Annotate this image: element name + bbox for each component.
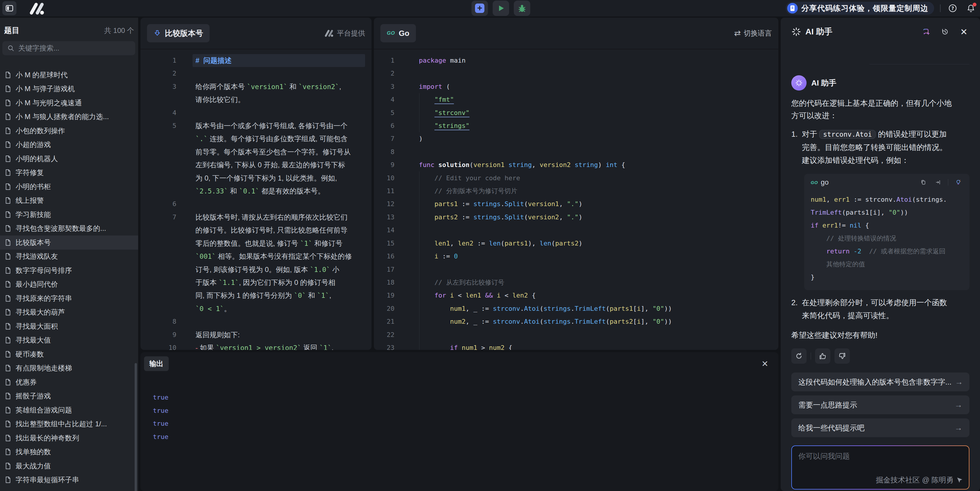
help-button[interactable]: ? <box>947 2 959 14</box>
code-line[interactable]: 21 num2, _ := strconv.Atoi(strings.TrimL… <box>374 315 778 328</box>
insert-code-button[interactable] <box>933 178 943 187</box>
sidebar-item[interactable]: 最小趋同代价 <box>0 277 138 292</box>
sidebar-item[interactable]: 小 M 的星球时代 <box>0 68 138 82</box>
sidebar-item[interactable]: 小明的机器人 <box>0 152 138 166</box>
code-line[interactable]: 23 if num1 > num2 { <box>374 341 778 350</box>
sidebar-item-label: 有点限制地走楼梯 <box>16 363 72 373</box>
sidebar-item-label: 硬币凑数 <box>16 349 44 359</box>
code-line[interactable]: 15 len1, len2 := len(parts1), len(parts2… <box>374 237 778 250</box>
language-tab[interactable]: GO Go <box>380 24 416 42</box>
sidebar-item[interactable]: 数字字母问号排序 <box>0 263 138 277</box>
file-icon <box>4 476 12 484</box>
code-line[interactable]: 7) <box>374 132 778 145</box>
editor-content[interactable]: 1package main23import (4 "fmt"5 "strconv… <box>374 49 778 350</box>
sidebar-item[interactable]: 摇骰子游戏 <box>0 389 138 403</box>
sidebar-item[interactable]: 小 M 与弹子游戏机 <box>0 82 138 96</box>
sidebar-item[interactable]: 优惠券 <box>0 375 138 389</box>
thumbs-down-button[interactable] <box>835 348 850 364</box>
code-line[interactable]: 16 i := 0 <box>374 250 778 263</box>
sidebar-item[interactable]: 英雄组合游戏问题 <box>0 403 138 417</box>
explain-code-button[interactable] <box>953 178 963 187</box>
search-input[interactable]: 关键字搜索... <box>2 41 135 55</box>
sidebar-item-label: 小 M 与光明之魂速通 <box>16 98 82 108</box>
code-line[interactable]: 9func solution(version1 string, version2… <box>374 158 778 171</box>
code-line[interactable]: 14 <box>374 224 778 237</box>
copy-code-button[interactable] <box>919 178 928 187</box>
sidebar-item[interactable]: 小包的数列操作 <box>0 124 138 138</box>
code-line[interactable]: 1package main <box>374 54 778 67</box>
code-line[interactable]: 22 <box>374 328 778 341</box>
sidebar-item[interactable]: 学习新技能 <box>0 207 138 222</box>
debug-button[interactable] <box>514 1 530 16</box>
sidebar-item[interactable]: 寻找原来的字符串 <box>0 292 138 306</box>
code-line[interactable]: 17 <box>374 263 778 276</box>
sidebar-item[interactable]: 找单独的数 <box>0 445 138 459</box>
sidebar-item[interactable]: 硬币凑数 <box>0 347 138 361</box>
code-line[interactable]: 20 num1, _ := strconv.Atoi(strings.TrimL… <box>374 302 778 315</box>
code-line[interactable]: 4 "fmt" <box>374 93 778 106</box>
output-tab[interactable]: 输出 <box>144 356 169 371</box>
sidebar-item[interactable]: 小 M 与狼人拯救者的能力选... <box>0 110 138 124</box>
promo-banner[interactable]: 分享代码练习体验，领限量定制周边 <box>786 2 934 15</box>
description-content: 1# 问题描述23给你两个版本号 `version1` 和 `version2`… <box>140 49 372 350</box>
code-line[interactable]: 13 parts2 := strings.Split(version2, "."… <box>374 211 778 224</box>
add-button[interactable]: + <box>471 1 488 16</box>
sidebar-item[interactable]: 寻找最大的葫芦 <box>0 306 138 320</box>
new-chat-button[interactable] <box>921 26 932 37</box>
sidebar-scrollbar[interactable] <box>135 363 137 491</box>
file-icon <box>4 378 12 386</box>
suggestion-chip[interactable]: 需要一点思路提示→ <box>791 395 969 414</box>
code-line[interactable]: 2 <box>374 67 778 80</box>
close-output-button[interactable]: ✕ <box>760 359 770 369</box>
sidebar-item-label: 数字字母问号排序 <box>16 266 72 275</box>
suggestion-chips: 这段代码如何处理输入的版本号包含非数字字...→需要一点思路提示→给我一些代码提… <box>791 373 969 437</box>
notifications-button[interactable] <box>965 2 977 14</box>
suggestion-chip[interactable]: 这段代码如何处理输入的版本号包含非数字字...→ <box>791 373 969 391</box>
sidebar-item-label: 最大战力值 <box>16 461 51 471</box>
code-line[interactable]: 11 // 分割版本号为修订号切片 <box>374 185 778 198</box>
sidebar-item[interactable]: 寻找最大值 <box>0 333 138 348</box>
code-line[interactable]: 6 "strings" <box>374 120 778 132</box>
sidebar-item[interactable]: 寻找最大面积 <box>0 319 138 333</box>
code-line[interactable]: 10 // Edit your code here <box>374 172 778 185</box>
sidebar-item[interactable]: 找出最长的神奇数列 <box>0 431 138 445</box>
sidebar-item[interactable]: 字符串最短循环子串 <box>0 473 138 487</box>
close-ai-panel-button[interactable]: ✕ <box>958 26 969 37</box>
regenerate-button[interactable] <box>791 348 807 364</box>
sidebar-item[interactable]: 线上报警 <box>0 194 138 208</box>
sidebar-item[interactable]: 小 M 与光明之魂速通 <box>0 96 138 110</box>
thumbs-up-button[interactable] <box>815 348 830 364</box>
switch-language-button[interactable]: ⇄ 切换语言 <box>734 29 772 38</box>
code-line[interactable]: 5 "strconv" <box>374 107 778 120</box>
sidebar-item-label: 寻找最大值 <box>16 335 51 345</box>
sparkle-icon <box>795 79 803 87</box>
code-line[interactable]: 12 parts1 := strings.Split(version1, "."… <box>374 198 778 210</box>
sidebar-item[interactable]: 小明的书柜 <box>0 180 138 194</box>
sidebar-item[interactable]: 最大战力值 <box>0 459 138 473</box>
description-row: 10- 如果 `version1 > version2` 返回 `1`, <box>140 341 372 350</box>
history-button[interactable] <box>939 26 951 37</box>
description-row: 6 <box>140 198 372 210</box>
new-chat-icon <box>923 27 930 37</box>
suggestion-chip[interactable]: 给我一些代码提示吧→ <box>791 418 969 437</box>
sidebar-item[interactable]: 寻找包含斐波那契数最多的... <box>0 222 138 236</box>
code-line[interactable]: 8 <box>374 145 778 158</box>
sidebar-item[interactable]: 有点限制地走楼梯 <box>0 361 138 375</box>
code-line[interactable]: 19 for i < len1 && i < len2 { <box>374 289 778 302</box>
sidebar-toggle-button[interactable] <box>2 1 16 15</box>
chat-input[interactable]: 你可以问我问题 掘金技术社区 @ 陈明勇 <box>791 445 969 489</box>
sidebar-item-label: 找出最长的神奇数列 <box>16 434 79 443</box>
code-line[interactable]: 18 // 从左到右比较修订号 <box>374 276 778 289</box>
sidebar-item-label: 比较版本号 <box>16 238 51 247</box>
sidebar-item[interactable]: 比较版本号 <box>0 236 138 250</box>
problem-tab[interactable]: 比较版本号 <box>147 24 210 42</box>
code-line[interactable]: 3import ( <box>374 80 778 93</box>
run-button[interactable] <box>493 1 509 16</box>
notification-badge <box>973 3 977 6</box>
sidebar-item[interactable]: 小超的游戏 <box>0 138 138 152</box>
sidebar-item[interactable]: 找出整型数组中占比超过 1/... <box>0 417 138 431</box>
sidebar-item[interactable]: 寻找游戏队友 <box>0 250 138 264</box>
top-bar: + 分享代码练习体验，领限量定制周边 ? <box>0 0 980 16</box>
file-icon <box>4 197 12 204</box>
sidebar-item[interactable]: 字符修复 <box>0 166 138 180</box>
